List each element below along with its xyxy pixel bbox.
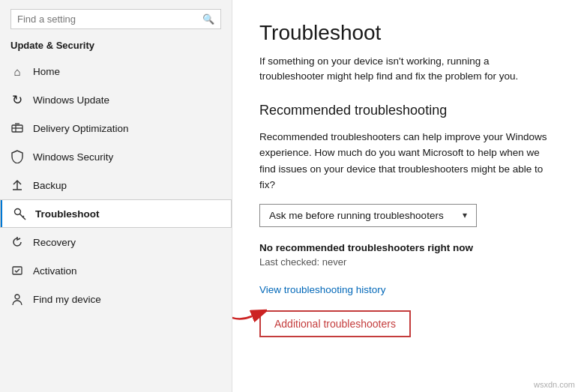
sidebar-item-activation[interactable]: Activation [0, 256, 232, 285]
sidebar-item-delivery-optimization[interactable]: Delivery Optimization [0, 114, 232, 142]
sidebar-item-find-my-device[interactable]: Find my device [0, 285, 232, 313]
home-icon: ⌂ [10, 64, 24, 78]
sidebar-item-label: Backup [33, 180, 67, 191]
page-title: Troubleshoot [259, 21, 554, 45]
sidebar-item-recovery[interactable]: Recovery [0, 228, 232, 256]
recovery-icon [10, 235, 24, 249]
sidebar-item-label: Delivery Optimization [33, 123, 129, 134]
recommended-heading: Recommended troubleshooting [259, 103, 554, 118]
sidebar-item-label: Troubleshoot [35, 208, 100, 220]
sidebar-item-label: Home [33, 66, 60, 77]
person-icon [10, 292, 24, 306]
last-checked-text: Last checked: never [259, 256, 554, 268]
delivery-icon [10, 121, 24, 135]
refresh-icon: ↻ [10, 93, 24, 106]
activation-icon [10, 264, 24, 277]
sidebar-item-home[interactable]: ⌂ Home [0, 57, 232, 85]
sidebar-item-label: Recovery [33, 237, 76, 248]
recommended-desc: Recommended troubleshooters can help imp… [259, 129, 554, 193]
sidebar-item-troubleshoot[interactable]: Troubleshoot [0, 199, 232, 228]
additional-troubleshooters-button[interactable]: Additional troubleshooters [259, 310, 411, 337]
sidebar-item-label: Windows Security [33, 151, 113, 163]
sidebar-item-windows-update[interactable]: ↻ Windows Update [0, 85, 232, 114]
watermark: wsxdn.com [534, 380, 575, 389]
svg-point-6 [14, 208, 20, 214]
sidebar-section-title: Update & Security [0, 35, 232, 57]
sidebar: 🔍 Update & Security ⌂ Home ↻ Windows Upd… [0, 0, 232, 392]
search-input[interactable] [17, 13, 202, 25]
status-text: No recommended troubleshooters right now [259, 242, 554, 253]
sidebar-item-label: Find my device [33, 294, 101, 305]
key-icon [13, 207, 26, 220]
main-content: Troubleshoot If something on your device… [232, 0, 581, 392]
view-history-link[interactable]: View troubleshooting history [259, 284, 554, 295]
sidebar-item-label: Activation [33, 265, 77, 277]
svg-rect-9 [13, 267, 22, 274]
sidebar-item-windows-security[interactable]: Windows Security [0, 142, 232, 171]
page-description: If something on your device isn't workin… [259, 54, 554, 85]
arrow-container: Additional troubleshooters [259, 310, 554, 337]
search-bar: 🔍 [0, 0, 232, 35]
search-icon: 🔍 [202, 13, 214, 25]
troubleshooter-dropdown[interactable]: Ask me before running troubleshooters ▾ [259, 204, 477, 227]
shield-icon [10, 150, 24, 163]
sidebar-item-backup[interactable]: Backup [0, 171, 232, 199]
svg-point-10 [15, 295, 19, 299]
dropdown-value: Ask me before running troubleshooters [269, 210, 444, 221]
chevron-down-icon: ▾ [463, 210, 467, 220]
search-input-wrapper[interactable]: 🔍 [10, 9, 221, 29]
backup-icon [10, 178, 24, 192]
sidebar-item-label: Windows Update [33, 94, 109, 106]
